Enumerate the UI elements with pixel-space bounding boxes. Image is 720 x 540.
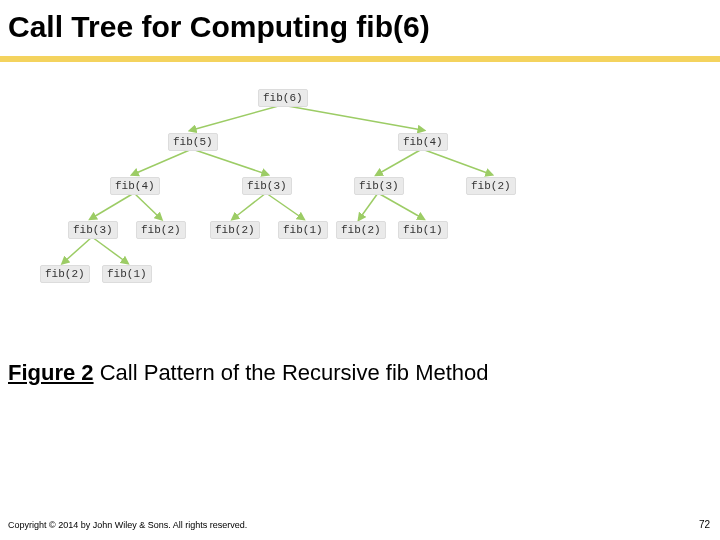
svg-line-5 [422,149,490,174]
caption-text-after: Method [409,360,489,385]
tree-node: fib(1) [102,264,152,283]
call-tree-diagram: fib(6)fib(5)fib(4)fib(4)fib(3)fib(3)fib(… [10,82,570,362]
tree-node-label: fib(2) [466,177,516,195]
svg-line-11 [378,193,422,218]
svg-line-1 [282,105,422,130]
tree-node-label: fib(3) [242,177,292,195]
copyright-footer: Copyright © 2014 by John Wiley & Sons. A… [8,520,247,530]
figure-label: Figure 2 [8,360,94,385]
tree-node: fib(2) [136,220,186,239]
svg-line-4 [378,149,422,174]
tree-node-label: fib(4) [398,133,448,151]
slide-title: Call Tree for Computing fib(6) [8,10,430,44]
svg-line-6 [92,193,134,218]
figure-caption: Figure 2 Call Pattern of the Recursive f… [8,360,489,386]
tree-node: fib(2) [466,176,516,195]
title-underline [0,56,720,62]
caption-text-before: Call Pattern of the Recursive [94,360,386,385]
svg-line-12 [64,237,92,262]
tree-node-label: fib(6) [258,89,308,107]
tree-node-label: fib(2) [136,221,186,239]
tree-node: fib(3) [68,220,118,239]
svg-line-2 [134,149,192,174]
page-number: 72 [699,519,710,530]
tree-node: fib(4) [110,176,160,195]
tree-node-label: fib(2) [210,221,260,239]
tree-node-label: fib(1) [102,265,152,283]
tree-node: fib(2) [40,264,90,283]
tree-node: fib(1) [278,220,328,239]
tree-node: fib(2) [210,220,260,239]
tree-node: fib(4) [398,132,448,151]
tree-node-label: fib(1) [278,221,328,239]
svg-line-3 [192,149,266,174]
tree-node: fib(6) [258,88,308,107]
svg-line-10 [360,193,378,218]
tree-node-label: fib(3) [68,221,118,239]
tree-node: fib(5) [168,132,218,151]
tree-node-label: fib(1) [398,221,448,239]
tree-node: fib(3) [354,176,404,195]
svg-line-7 [134,193,160,218]
tree-node-label: fib(5) [168,133,218,151]
tree-node: fib(2) [336,220,386,239]
tree-node: fib(1) [398,220,448,239]
tree-node-label: fib(2) [40,265,90,283]
svg-line-13 [92,237,126,262]
tree-node-label: fib(4) [110,177,160,195]
svg-line-8 [234,193,266,218]
svg-line-0 [192,105,282,130]
caption-code: fib [386,360,409,385]
tree-node: fib(3) [242,176,292,195]
tree-node-label: fib(2) [336,221,386,239]
tree-node-label: fib(3) [354,177,404,195]
svg-line-9 [266,193,302,218]
